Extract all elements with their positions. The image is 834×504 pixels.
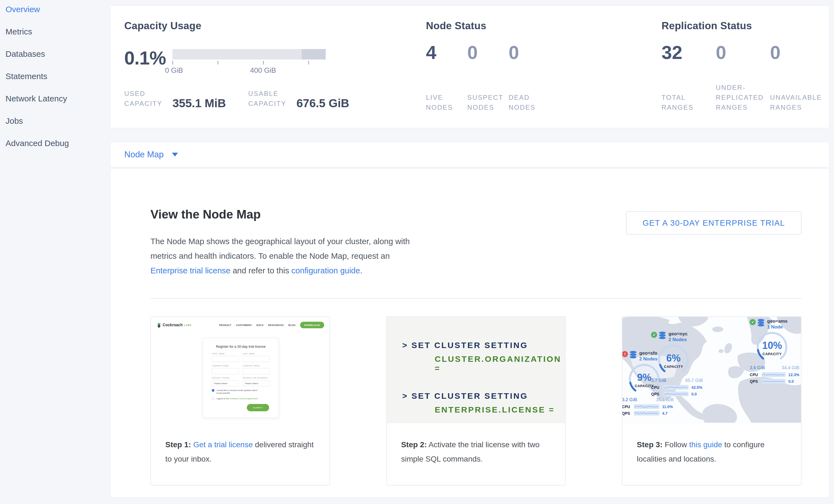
page-title: View the Node Map <box>150 207 427 221</box>
sidebar-item-network-latency[interactable]: Network Latency <box>5 93 110 115</box>
under-replicated-ranges-value: 0 <box>716 42 770 63</box>
get-trial-license-link[interactable]: Get a trial license <box>193 440 253 449</box>
suspect-nodes-label: SUSPECT NODES <box>467 93 508 112</box>
nyc-used-capacity: 3.7 GiB <box>651 378 666 383</box>
company-name-label: COMPANY NAME <box>212 365 239 367</box>
dead-nodes-value: 0 <box>509 42 550 63</box>
cpu-label: CPU <box>651 385 663 390</box>
sfo-qps-row: QPS 4.7 <box>622 411 677 416</box>
sql-line-4: ENTERPRISE.LICENSE = <box>435 405 565 414</box>
sfo-cpu-row: CPU 11.0% <box>622 404 677 409</box>
step1-card: Cockroach LABS PRODUCT CUSTOMERS DOCS RE… <box>150 316 330 485</box>
first-name-input <box>212 356 239 362</box>
sidebar-item-advanced-debug[interactable]: Advanced Debug <box>5 138 110 160</box>
sfo-used-capacity: 3.2 GiB <box>622 397 637 402</box>
qps-label: QPS <box>651 392 663 396</box>
get-enterprise-trial-button[interactable]: GET A 30-DAY ENTERPRISE TRIAL <box>626 211 802 235</box>
nyc-total-capacity: 65.7 GiB <box>685 378 703 383</box>
node-map-description: The Node Map shows the geographical layo… <box>150 234 427 278</box>
ams-total-capacity: 34.4 GiB <box>782 366 799 370</box>
node-status-title: Node Status <box>426 20 661 32</box>
map-region-nyc: ✓ geo=nyc 2 Nodes <box>651 331 706 396</box>
step3-card: ! geo=sfo 2 Nodes <box>622 316 802 485</box>
nyc-geo-label: geo=nyc <box>668 331 687 337</box>
agreement-pre-text: I agree to the <box>216 397 230 400</box>
nyc-qps-value: 0.0 <box>691 392 697 396</box>
description-text: The Node Map shows the geographical layo… <box>150 237 410 260</box>
ams-capacity-gauge: 10% CAPACITY <box>750 331 796 365</box>
sfo-qps-value: 4.7 <box>662 411 667 416</box>
database-icon <box>757 319 765 327</box>
company-name-field: COMPANY NAME <box>212 365 239 374</box>
sidebar-item-jobs[interactable]: Jobs <box>5 115 110 138</box>
nav-item-docs: DOCS <box>256 324 263 327</box>
sparkline-chart <box>663 392 688 396</box>
last-name-field: LAST NAME <box>243 353 270 362</box>
ams-qps-row: QPS 0.0 <box>750 379 801 384</box>
trial-site-navbar: Cockroach LABS PRODUCT CUSTOMERS DOCS RE… <box>151 317 330 328</box>
alert-icon: ! <box>622 351 628 357</box>
nav-item-resources: RESOURCES <box>268 324 284 327</box>
node-map-thumbnail: ! geo=sfo 2 Nodes <box>622 317 801 423</box>
configuration-guide-link[interactable]: configuration guide <box>291 266 360 275</box>
nyc-labels: geo=nyc 2 Nodes <box>668 331 687 343</box>
capacity-bar: 0 GiB 400 GiB <box>173 49 326 75</box>
capacity-bar-ticks <box>173 61 326 65</box>
trial-site-nav: PRODUCT CUSTOMERS DOCS RESOURCES BLOG DO… <box>219 322 324 328</box>
ams-qps-value: 0.0 <box>788 379 793 384</box>
enterprise-trial-license-link[interactable]: Enterprise trial license <box>150 266 231 275</box>
tick-mark <box>263 61 264 65</box>
nyc-cpu-row: CPU 42.5% <box>651 385 706 390</box>
sidebar-item-databases[interactable]: Databases <box>5 48 110 71</box>
step2-label: Step 2: <box>401 440 427 449</box>
ams-capacity-label: CAPACITY <box>750 352 794 356</box>
node-status-stats: 4 LIVE NODES 0 SUSPECT NODES 0 DEAD NODE… <box>426 42 661 112</box>
nyc-qps-row: QPS 0.0 <box>651 392 706 396</box>
capacity-usage-chart: 0.1% 0 GiB 400 GiB <box>124 49 426 75</box>
sidebar-item-metrics[interactable]: Metrics <box>5 26 110 48</box>
nyc-capacity-range: 3.7 GiB 65.7 GiB <box>651 378 703 383</box>
qps-label: QPS <box>750 379 762 384</box>
unavailable-ranges-label: UNAVAILABLE RANGES <box>770 93 821 112</box>
email-updates-text: I would like to receive email updates ab… <box>216 389 270 394</box>
replication-stats: 32 TOTAL RANGES 0 UNDER-REPLICATED RANGE… <box>661 42 829 112</box>
node-map-selector[interactable]: Node Map <box>110 142 829 167</box>
logo-wordmark: Cockroach <box>162 323 183 327</box>
nyc-capacity-percent: 6% <box>651 352 696 364</box>
steps-row: Cockroach LABS PRODUCT CUSTOMERS DOCS RE… <box>150 316 802 485</box>
sparkline-chart <box>762 372 786 377</box>
sidebar: Overview Metrics Databases Statements Ne… <box>0 0 110 504</box>
node-map-intro: View the Node Map The Node Map shows the… <box>150 207 427 278</box>
cpu-label: CPU <box>750 373 762 377</box>
step2-caption: Step 2: Activate the trial license with … <box>387 423 565 466</box>
cpu-label: CPU <box>622 404 634 409</box>
sparkline-chart <box>634 404 659 409</box>
sidebar-item-overview[interactable]: Overview <box>5 4 110 26</box>
used-capacity-value: 355.1 MiB <box>173 97 234 110</box>
register-form-title: Register for a 30-day trial license <box>212 345 270 348</box>
sfo-capacity-range: 3.2 GiB 35.1 GiB <box>622 397 674 402</box>
live-nodes-value: 4 <box>426 42 467 63</box>
sfo-cpu-value: 11.0% <box>662 404 673 409</box>
tick-mark <box>308 61 309 65</box>
trial-register-form: Register for a 30-day trial license FIRS… <box>203 338 279 418</box>
logo-labs-suffix: LABS <box>184 324 191 327</box>
ams-geo-label: geo=ams <box>767 319 787 324</box>
nyc-header: ✓ geo=nyc 2 Nodes <box>651 331 706 343</box>
stat-under-replicated-ranges: 0 UNDER-REPLICATED RANGES <box>716 42 770 112</box>
dead-nodes-label: DEAD NODES <box>509 93 549 112</box>
tick-mark <box>173 61 173 65</box>
stat-live-nodes: 4 LIVE NODES <box>426 42 467 112</box>
company-email-field: COMPANY EMAIL <box>243 365 270 374</box>
nyc-capacity-label: CAPACITY <box>651 365 696 369</box>
ams-used-capacity: 3.6 GiB <box>750 366 765 370</box>
this-guide-link[interactable]: this guide <box>689 440 722 449</box>
last-name-input <box>243 356 270 362</box>
description-text: and refer to this <box>231 266 291 275</box>
sidebar-item-statements[interactable]: Statements <box>5 71 110 93</box>
cockroach-labs-logo: Cockroach LABS <box>157 323 192 328</box>
check-icon: ✓ <box>750 319 756 325</box>
suspect-nodes-value: 0 <box>467 42 509 63</box>
node-map-selector-label: Node Map <box>124 150 164 159</box>
total-ranges-value: 32 <box>661 42 716 63</box>
